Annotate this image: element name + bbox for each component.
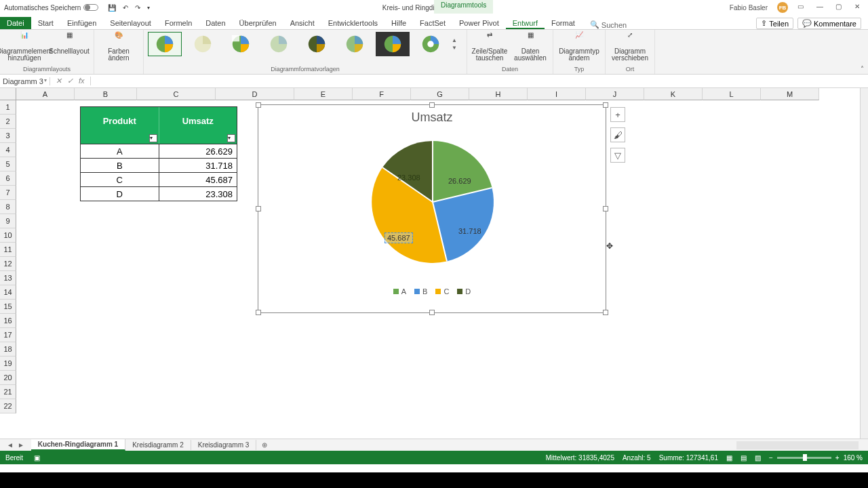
maximize-icon[interactable]: ▢: [835, 3, 845, 12]
change-chart-type-button[interactable]: 📈Diagrammtyp ändern: [557, 32, 601, 62]
sheet-tab[interactable]: Kreisdiagramm 2: [125, 440, 191, 450]
column-header[interactable]: A: [16, 88, 75, 100]
row-header[interactable]: 19: [0, 357, 16, 371]
chart-styles-button[interactable]: 🖌: [610, 127, 625, 142]
add-chart-element-button[interactable]: 📊 Diagrammelement hinzufügen: [4, 32, 45, 62]
row-header[interactable]: 6: [0, 171, 16, 186]
tab-powerpivot[interactable]: Power Pivot: [452, 17, 506, 29]
resize-handle[interactable]: [603, 206, 608, 211]
column-header[interactable]: K: [644, 88, 703, 100]
row-header[interactable]: 17: [0, 328, 16, 342]
resize-handle[interactable]: [603, 102, 608, 108]
sheet-tab[interactable]: Kreisdiagramm 3: [191, 440, 257, 450]
tab-factset[interactable]: FactSet: [413, 17, 452, 29]
row-header[interactable]: 21: [0, 385, 16, 399]
zoom-level[interactable]: 160 %: [844, 454, 863, 462]
chart-elements-button[interactable]: +: [610, 107, 625, 122]
column-header[interactable]: G: [411, 88, 469, 100]
enter-formula-icon[interactable]: ✓: [67, 77, 73, 85]
sheet-prev-icon[interactable]: ◄: [7, 441, 14, 449]
row-header[interactable]: 22: [0, 399, 16, 413]
tab-data[interactable]: Daten: [199, 17, 232, 29]
save-icon[interactable]: 💾: [108, 4, 116, 12]
resize-handle[interactable]: [429, 310, 435, 315]
minimize-icon[interactable]: —: [816, 3, 826, 12]
row-header[interactable]: 20: [0, 371, 16, 385]
filter-icon[interactable]: ▾: [149, 134, 157, 142]
change-colors-button[interactable]: 🎨 Farben ändern: [98, 32, 139, 62]
row-header[interactable]: 18: [0, 342, 16, 357]
row-header[interactable]: 16: [0, 314, 16, 328]
tab-format[interactable]: Format: [545, 17, 582, 29]
row-header[interactable]: 14: [0, 285, 16, 300]
column-header[interactable]: C: [137, 88, 216, 100]
chart-style-1[interactable]: [148, 32, 182, 56]
collapse-ribbon-icon[interactable]: ˄: [861, 65, 864, 73]
chart-style-4[interactable]: [262, 32, 296, 56]
sheet-tab[interactable]: Kuchen-Ringdiagramm 1: [31, 439, 125, 451]
style-gallery-expand[interactable]: ▲▼: [452, 32, 462, 56]
column-header[interactable]: J: [586, 88, 644, 100]
table-header-revenue[interactable]: Umsatz: [159, 107, 237, 134]
row-header[interactable]: 4: [0, 143, 16, 157]
close-icon[interactable]: ✕: [854, 3, 864, 12]
tab-insert[interactable]: Einfügen: [60, 17, 103, 29]
row-header[interactable]: 7: [0, 186, 16, 200]
zoom-in-icon[interactable]: +: [835, 454, 840, 462]
comments-button[interactable]: 💬Kommentare: [797, 18, 861, 29]
tab-design[interactable]: Entwurf: [506, 17, 545, 29]
row-header[interactable]: 10: [0, 228, 16, 243]
row-header[interactable]: 2: [0, 115, 16, 129]
column-header[interactable]: B: [75, 88, 137, 100]
chart-style-8[interactable]: [414, 32, 448, 56]
chart-style-6[interactable]: [338, 32, 372, 56]
data-label-d[interactable]: 23.308: [397, 174, 420, 182]
tab-start[interactable]: Start: [31, 17, 60, 29]
cancel-formula-icon[interactable]: ✕: [56, 77, 62, 85]
fx-icon[interactable]: fx: [79, 77, 85, 85]
toggle-icon[interactable]: [83, 4, 98, 11]
table-row[interactable]: C45.687: [81, 172, 237, 186]
worksheet-grid[interactable]: ABCDEFGHIJKLM 12345678910111213141516171…: [0, 88, 868, 439]
column-header[interactable]: L: [703, 88, 761, 100]
quick-layout-button[interactable]: ▦ Schnelllayout: [49, 32, 90, 55]
chart-title[interactable]: Umsatz: [258, 105, 606, 127]
tab-help[interactable]: Hilfe: [384, 17, 413, 29]
tab-file[interactable]: Datei: [0, 17, 31, 29]
table-row[interactable]: B31.718: [81, 158, 237, 172]
undo-icon[interactable]: ↶: [123, 4, 128, 12]
search-box[interactable]: 🔍 Suchen: [590, 20, 627, 29]
column-header[interactable]: E: [294, 88, 353, 100]
resize-handle[interactable]: [256, 206, 261, 211]
tab-view[interactable]: Ansicht: [283, 17, 321, 29]
autosave-toggle[interactable]: Automatisches Speichern: [4, 4, 98, 12]
chart-style-5[interactable]: [300, 32, 334, 56]
resize-handle[interactable]: [256, 102, 261, 108]
column-header[interactable]: H: [469, 88, 528, 100]
qat-more-icon[interactable]: ▾: [147, 5, 150, 11]
horizontal-scrollbar[interactable]: [736, 441, 859, 449]
user-avatar[interactable]: FB: [777, 2, 788, 13]
column-header[interactable]: D: [216, 88, 294, 100]
row-header[interactable]: 13: [0, 271, 16, 285]
row-header[interactable]: 9: [0, 214, 16, 228]
select-all-corner[interactable]: [0, 88, 16, 100]
column-header[interactable]: I: [528, 88, 586, 100]
move-chart-button[interactable]: ⤢Diagramm verschieben: [610, 32, 650, 62]
ribbon-display-icon[interactable]: ▭: [797, 3, 807, 12]
sheet-next-icon[interactable]: ►: [18, 441, 24, 449]
add-sheet-button[interactable]: ⊕: [256, 441, 273, 449]
zoom-out-icon[interactable]: −: [769, 454, 773, 462]
resize-handle[interactable]: [603, 310, 608, 315]
row-header[interactable]: 15: [0, 300, 16, 314]
chart-object[interactable]: Umsatz 26.629 31.718 45.687 23.308 A B C…: [258, 104, 606, 313]
column-header[interactable]: F: [353, 88, 411, 100]
chart-style-2[interactable]: [186, 32, 220, 56]
tab-review[interactable]: Überprüfen: [233, 17, 283, 29]
tab-layout[interactable]: Seitenlayout: [103, 17, 158, 29]
table-row[interactable]: D23.308: [81, 186, 237, 201]
macro-record-icon[interactable]: ▣: [34, 454, 40, 462]
pie-chart[interactable]: [258, 127, 607, 283]
filter-icon[interactable]: ▾: [227, 134, 235, 142]
tab-developer[interactable]: Entwicklertools: [321, 17, 384, 29]
